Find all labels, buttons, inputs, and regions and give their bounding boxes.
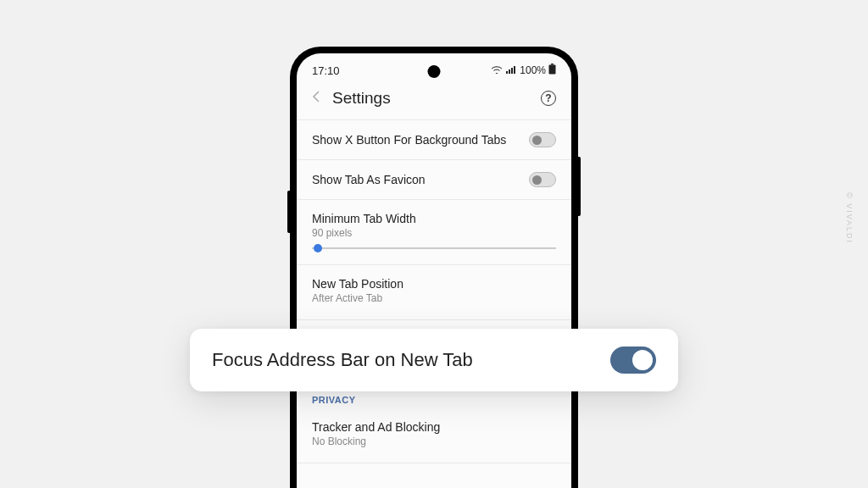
svg-rect-2 — [511, 68, 513, 74]
battery-icon — [548, 64, 556, 77]
setting-focus-address-bar[interactable]: Focus Address Bar on New Tab — [190, 329, 678, 391]
setting-value: No Blocking — [312, 435, 556, 447]
battery-percent: 100% — [520, 64, 546, 76]
settings-list: Show X Button For Background Tabs Show T… — [297, 119, 571, 463]
status-time: 17:10 — [312, 64, 340, 77]
help-icon[interactable]: ? — [541, 91, 556, 106]
slider-thumb[interactable] — [314, 244, 322, 252]
status-icons: 100% — [491, 64, 556, 77]
toggle-show-x-button[interactable] — [529, 132, 556, 147]
page-title: Settings — [332, 89, 529, 108]
svg-rect-0 — [506, 71, 508, 74]
setting-value: After Active Tab — [312, 292, 556, 304]
svg-rect-5 — [549, 65, 556, 75]
setting-label: Minimum Tab Width — [312, 212, 556, 225]
setting-label: Focus Address Bar on New Tab — [212, 349, 473, 371]
setting-show-x-button[interactable]: Show X Button For Background Tabs — [297, 120, 571, 160]
toggle-show-tab-favicon[interactable] — [529, 172, 556, 187]
setting-min-tab-width[interactable]: Minimum Tab Width 90 pixels — [297, 200, 571, 265]
camera-punch-hole — [428, 65, 441, 78]
toggle-focus-address-bar[interactable] — [610, 347, 656, 374]
setting-show-tab-favicon[interactable]: Show Tab As Favicon — [297, 160, 571, 200]
min-tab-width-slider[interactable] — [312, 247, 556, 249]
phone-frame: 17:10 100% Settings ? — [290, 47, 578, 488]
svg-rect-3 — [514, 66, 515, 74]
back-chevron-icon[interactable] — [312, 90, 320, 108]
setting-label: New Tab Position — [312, 277, 556, 291]
setting-new-tab-position[interactable]: New Tab Position After Active Tab — [297, 265, 571, 320]
setting-label: Tracker and Ad Blocking — [312, 420, 556, 434]
phone-screen: 17:10 100% Settings ? — [297, 53, 571, 488]
signal-icon — [505, 64, 517, 76]
svg-rect-1 — [509, 69, 510, 74]
watermark: © VIVALDI — [845, 192, 854, 244]
wifi-icon — [491, 64, 503, 76]
settings-header: Settings ? — [297, 80, 571, 119]
setting-tracker-ad-blocking[interactable]: Tracker and Ad Blocking No Blocking — [297, 412, 571, 463]
svg-rect-4 — [551, 64, 554, 65]
setting-label: Show Tab As Favicon — [312, 173, 426, 186]
setting-value: 90 pixels — [312, 227, 556, 239]
setting-label: Show X Button For Background Tabs — [312, 133, 506, 147]
